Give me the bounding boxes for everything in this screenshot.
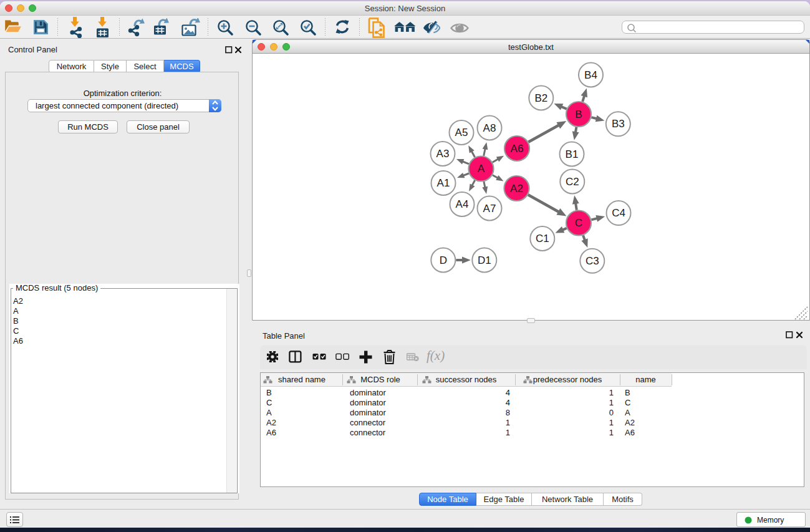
svg-text:A5: A5 (455, 127, 468, 138)
svg-text:A8: A8 (483, 122, 496, 134)
svg-text:D1: D1 (478, 254, 491, 266)
svg-text:B: B (575, 109, 582, 120)
svg-text:A: A (478, 163, 485, 175)
svg-text:A2: A2 (510, 183, 523, 195)
svg-text:C3: C3 (586, 255, 599, 267)
svg-text:A4: A4 (456, 198, 469, 210)
svg-text:B1: B1 (566, 148, 579, 160)
svg-text:A7: A7 (483, 203, 496, 215)
svg-text:A6: A6 (511, 143, 524, 155)
svg-text:C2: C2 (566, 176, 579, 188)
svg-text:A1: A1 (437, 177, 450, 189)
svg-text:A3: A3 (436, 148, 450, 160)
svg-text:B4: B4 (584, 69, 597, 81)
svg-text:D: D (440, 254, 447, 266)
svg-text:B2: B2 (534, 92, 547, 104)
svg-text:C4: C4 (612, 207, 625, 219)
svg-text:B3: B3 (612, 118, 625, 130)
svg-text:C: C (575, 217, 582, 229)
svg-text:C1: C1 (536, 233, 549, 244)
